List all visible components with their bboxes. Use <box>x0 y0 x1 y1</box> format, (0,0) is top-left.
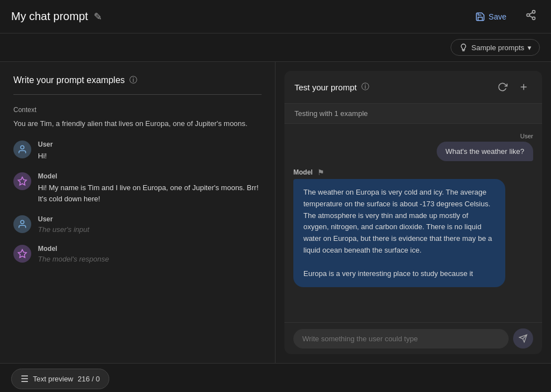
share-icon <box>525 9 536 21</box>
test-info-icon[interactable]: ⓘ <box>361 82 369 92</box>
left-panel-header: Write your prompt examples ⓘ <box>13 75 262 85</box>
user-icon <box>17 144 27 154</box>
test-panel-title: Test your prompt <box>294 83 357 92</box>
svg-point-7 <box>21 220 24 224</box>
header: My chat prompt ✎ Save <box>0 0 551 33</box>
header-left: My chat prompt ✎ <box>11 10 102 23</box>
save-icon <box>475 12 485 22</box>
main-content: Write your prompt examples ⓘ Context You… <box>0 62 551 363</box>
text-preview-label: Text preview <box>33 375 73 383</box>
bottom-bar: ☰ Text preview 216 / 0 <box>0 363 551 392</box>
chat-item-model-2: Model The model's response <box>13 245 262 263</box>
avatar-model-2 <box>13 245 31 263</box>
sample-prompts-button[interactable]: Sample prompts ▾ <box>451 39 540 56</box>
svg-marker-6 <box>18 177 27 185</box>
testing-banner: Testing with 1 example <box>284 104 542 124</box>
context-text: You are Tim, a friendly alien that lives… <box>13 118 262 129</box>
svg-point-1 <box>527 14 530 17</box>
chat-content-user-1: User Hi! <box>38 141 262 162</box>
model-label: Model <box>293 168 313 176</box>
user-message-content: User What's the weather like? <box>437 133 533 161</box>
chat-role-model-1: Model <box>38 172 262 180</box>
chat-placeholder-user-2: The user's input <box>38 225 262 234</box>
user-icon-2 <box>17 219 27 229</box>
chat-role-user-2: User <box>38 215 262 223</box>
chat-role-user-1: User <box>38 141 262 148</box>
chat-item-user-2: User The user's input <box>13 215 262 234</box>
svg-point-2 <box>533 17 535 20</box>
add-icon <box>519 82 529 92</box>
chat-item-model-1: Model Hi! My name is Tim and I live on E… <box>13 172 262 204</box>
left-panel: Write your prompt examples ⓘ Context You… <box>0 62 276 363</box>
chat-content-model-1: Model Hi! My name is Tim and I live on E… <box>38 172 262 204</box>
flag-icon[interactable]: ⚑ <box>317 168 325 177</box>
chat-placeholder-model-2: The model's response <box>38 255 262 263</box>
chat-input[interactable] <box>293 329 509 349</box>
text-preview-button[interactable]: ☰ Text preview 216 / 0 <box>11 369 109 389</box>
test-panel-header: Test your prompt ⓘ <box>284 71 542 104</box>
context-label: Context <box>13 106 262 114</box>
svg-point-5 <box>21 146 24 149</box>
header-right: Save <box>468 6 540 27</box>
refresh-icon <box>497 82 508 92</box>
chat-input-row <box>284 322 542 354</box>
avatar-model-1 <box>13 172 31 190</box>
test-panel-actions <box>494 79 532 95</box>
send-button[interactable] <box>513 328 533 349</box>
share-button[interactable] <box>522 6 540 27</box>
left-panel-title: Write your prompt examples <box>13 75 125 85</box>
text-preview-count: 216 / 0 <box>78 375 100 383</box>
model-response-text: The weather on Europa is very cold and i… <box>303 188 492 278</box>
test-panel-title-group: Test your prompt ⓘ <box>294 82 369 92</box>
chat-content-model-2: Model The model's response <box>38 245 262 263</box>
user-message-label: User <box>437 133 533 139</box>
user-bubble: What's the weather like? <box>437 142 533 161</box>
info-icon[interactable]: ⓘ <box>129 75 137 85</box>
divider <box>13 94 262 95</box>
user-message-row: User What's the weather like? <box>293 133 533 161</box>
refresh-button[interactable] <box>494 79 511 95</box>
svg-marker-8 <box>18 250 27 258</box>
model-bubble: The weather on Europa is very cold and i… <box>293 179 505 287</box>
add-button[interactable] <box>515 79 532 95</box>
edit-icon[interactable]: ✎ <box>94 11 102 23</box>
avatar-user-2 <box>13 215 31 233</box>
model-header: Model ⚑ <box>293 168 533 177</box>
toolbar: Sample prompts ▾ <box>0 33 551 62</box>
send-icon <box>519 334 528 343</box>
test-panel: Test your prompt ⓘ <box>284 71 542 354</box>
page-title: My chat prompt <box>11 10 88 23</box>
model-icon <box>17 176 27 186</box>
right-panel: Test your prompt ⓘ <box>276 62 551 363</box>
chat-text-user-1: Hi! <box>38 151 262 162</box>
lightbulb-icon <box>459 43 468 52</box>
svg-point-0 <box>533 11 535 13</box>
chat-content-user-2: User The user's input <box>38 215 262 234</box>
chat-messages: User What's the weather like? Model ⚑ Th… <box>284 124 542 322</box>
chat-text-model-1: Hi! My name is Tim and I live on Europa,… <box>38 182 262 204</box>
model-message-row: Model ⚑ The weather on Europa is very co… <box>293 168 533 287</box>
svg-line-3 <box>529 16 533 17</box>
hamburger-icon: ☰ <box>21 374 28 384</box>
chat-item-user-1: User Hi! <box>13 141 262 162</box>
save-button[interactable]: Save <box>468 8 513 25</box>
svg-line-4 <box>529 12 533 14</box>
model-icon-2 <box>17 249 27 259</box>
chat-role-model-2: Model <box>38 245 262 253</box>
chevron-down-icon: ▾ <box>528 43 531 52</box>
avatar-user-1 <box>13 141 31 158</box>
